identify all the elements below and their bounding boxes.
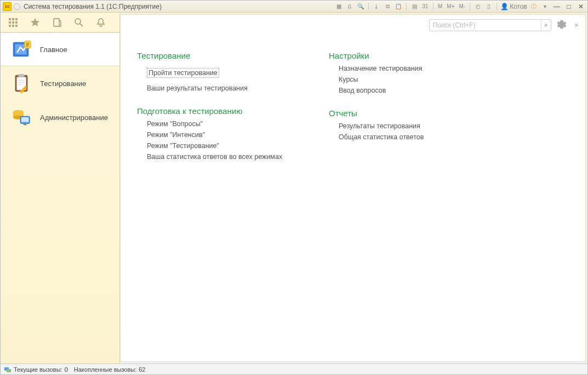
save-icon[interactable]: ⭳ bbox=[372, 2, 381, 11]
sidebar: Главное Тестирование Администрирование bbox=[1, 13, 120, 363]
app-logo-icon: 1c bbox=[3, 2, 12, 11]
right-column: Настройки Назначение тестирования Курсы … bbox=[329, 51, 488, 164]
window-title: Система тестирования 1.1 (1С:Предприятие… bbox=[24, 3, 162, 10]
history-icon[interactable] bbox=[52, 18, 62, 27]
svg-line-11 bbox=[80, 24, 83, 26]
search-icon[interactable] bbox=[74, 18, 84, 27]
svg-rect-2 bbox=[15, 18, 18, 20]
dropdown-icon[interactable]: ▾ bbox=[540, 2, 549, 11]
user-menu[interactable]: 👤 Котов bbox=[500, 3, 527, 10]
grid-icon[interactable]: ▦ bbox=[334, 2, 343, 11]
main-toolbar: × × bbox=[429, 17, 581, 33]
sidebar-item-label: Тестирование bbox=[40, 79, 86, 88]
titlebar-tools: ▦ ⎙ 🔍 ⭳ ⧉ 📋 ▤ 31 M M+ M- ◴ ▯ 👤 Котов ⓘ ▾… bbox=[334, 2, 585, 11]
svg-rect-1 bbox=[12, 18, 14, 20]
m-minus-button[interactable]: M- bbox=[458, 3, 467, 9]
apps-icon[interactable] bbox=[8, 18, 18, 27]
svg-rect-8 bbox=[15, 25, 18, 27]
user-name: Котов bbox=[510, 3, 527, 10]
star-icon[interactable] bbox=[30, 18, 40, 27]
section-title: Тестирование bbox=[137, 51, 296, 60]
link-your-results[interactable]: Ваши результаты тестирования bbox=[147, 84, 296, 92]
sidebar-item-label: Главное bbox=[40, 46, 67, 54]
status-accum-value: 62 bbox=[139, 366, 145, 373]
svg-rect-6 bbox=[9, 25, 11, 27]
maximize-button[interactable]: □ bbox=[564, 2, 573, 11]
svg-rect-23 bbox=[24, 123, 27, 125]
section-title: Подготовка к тестированию bbox=[137, 106, 296, 116]
link-test-results[interactable]: Результаты тестирования bbox=[339, 122, 488, 130]
svg-rect-7 bbox=[12, 25, 14, 27]
copy-icon[interactable]: ⧉ bbox=[383, 2, 392, 11]
svg-rect-4 bbox=[12, 21, 14, 24]
sidebar-item-testing[interactable]: Тестирование bbox=[1, 66, 119, 100]
left-column: Тестирование Пройти тестирование Ваши ре… bbox=[137, 51, 296, 164]
date-icon[interactable]: 31 bbox=[421, 2, 430, 11]
svg-rect-17 bbox=[18, 74, 24, 77]
search-input[interactable] bbox=[430, 21, 541, 29]
minimize-button[interactable]: — bbox=[552, 2, 561, 11]
sidebar-item-label: Администрирование bbox=[40, 113, 108, 122]
titlebar-dropdown-icon[interactable] bbox=[14, 3, 20, 10]
search-box: × bbox=[429, 19, 551, 31]
paste-icon[interactable]: 📋 bbox=[394, 2, 403, 11]
link-mode-intensive[interactable]: Режим "Интенсив" bbox=[147, 131, 296, 139]
link-enter-questions[interactable]: Ввод вопросов bbox=[339, 87, 488, 94]
status-icon bbox=[4, 366, 12, 373]
status-accum-label: Накопленные вызовы: bbox=[74, 366, 136, 373]
panel-close-button[interactable]: × bbox=[572, 21, 581, 30]
link-overall-stats[interactable]: Общая статистика ответов bbox=[339, 133, 488, 141]
main-panel: × × Тестирование Пройти тестирование Ваш… bbox=[120, 14, 586, 362]
link-mode-questions[interactable]: Режим "Вопросы" bbox=[147, 120, 296, 128]
close-button[interactable]: ✕ bbox=[576, 2, 585, 11]
svg-rect-5 bbox=[15, 21, 18, 24]
search-clear-button[interactable]: × bbox=[541, 20, 551, 31]
svg-point-10 bbox=[75, 19, 81, 24]
status-current-value: 0 bbox=[65, 366, 68, 373]
sidebar-toolbar bbox=[1, 13, 119, 32]
clock-icon[interactable]: ◴ bbox=[473, 2, 482, 11]
home-icon bbox=[10, 38, 32, 60]
settings-button[interactable] bbox=[557, 20, 567, 31]
link-run-test[interactable]: Пройти тестирование bbox=[147, 68, 219, 78]
sidebar-item-admin[interactable]: Администрирование bbox=[1, 100, 119, 134]
section-title: Отчеты bbox=[329, 109, 488, 118]
m-button[interactable]: M bbox=[437, 3, 443, 9]
section-title: Настройки bbox=[329, 51, 488, 60]
clipboard-icon bbox=[10, 72, 32, 94]
info-icon[interactable]: ⓘ bbox=[529, 2, 538, 11]
bell-icon[interactable] bbox=[96, 18, 106, 27]
sidebar-item-home[interactable]: Главное bbox=[1, 32, 119, 66]
svg-rect-3 bbox=[9, 21, 11, 24]
titlebar: 1c Система тестирования 1.1 (1С:Предприя… bbox=[1, 1, 587, 13]
calendar-icon[interactable]: ▤ bbox=[410, 2, 419, 11]
link-mode-testing[interactable]: Режим "Тестирование" bbox=[147, 142, 296, 150]
status-current-label: Текущие вызовы: bbox=[14, 366, 62, 373]
statusbar: Текущие вызовы: 0 Накопленные вызовы: 62 bbox=[1, 363, 587, 374]
m-plus-button[interactable]: M+ bbox=[446, 3, 455, 9]
svg-rect-9 bbox=[54, 19, 59, 26]
print-icon[interactable]: ⎙ bbox=[345, 2, 354, 11]
book-icon[interactable]: ▯ bbox=[484, 2, 493, 11]
link-your-stats[interactable]: Ваша статистика ответов во всех режимах bbox=[147, 153, 296, 161]
link-assign-test[interactable]: Назначение тестирования bbox=[339, 65, 488, 72]
content-area: Тестирование Пройти тестирование Ваши ре… bbox=[121, 15, 585, 169]
preview-icon[interactable]: 🔍 bbox=[356, 2, 365, 11]
svg-rect-0 bbox=[9, 18, 11, 20]
link-courses[interactable]: Курсы bbox=[339, 76, 488, 83]
admin-icon bbox=[10, 106, 32, 128]
svg-rect-22 bbox=[21, 117, 28, 122]
svg-rect-25 bbox=[7, 369, 11, 372]
user-icon: 👤 bbox=[500, 3, 509, 10]
